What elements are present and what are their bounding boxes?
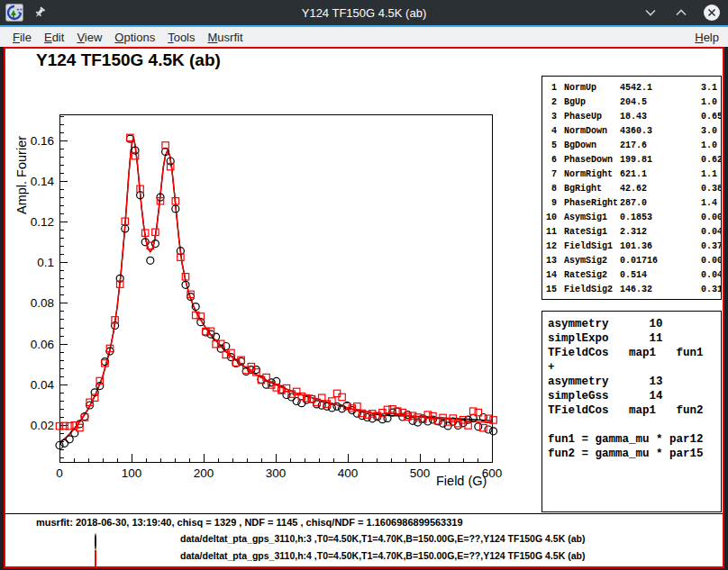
- svg-text:0.12: 0.12: [31, 215, 54, 229]
- theory-line: fun1 = gamma_mu * par12: [548, 432, 721, 447]
- data-markers-circles: [56, 135, 497, 448]
- menu-view[interactable]: View: [77, 31, 102, 44]
- fit-curve-red: [59, 139, 492, 443]
- fit-parameters-box: 1NormUp4542.13.12BgUp204.51.03PhaseUp18.…: [541, 76, 722, 300]
- svg-text:600: 600: [482, 466, 503, 480]
- svg-text:300: 300: [266, 466, 287, 480]
- legend-label-run2: data/deltat_pta_gps_3110,h:4 ,T0=4.50K,T…: [180, 550, 585, 561]
- parameter-row: 12FieldSig1101.360.37: [542, 240, 721, 254]
- menu-musrfit[interactable]: Musrfit: [208, 31, 243, 44]
- svg-text:++: ++: [16, 6, 23, 12]
- maximize-button[interactable]: [672, 4, 690, 22]
- theory-line: asymmetry 13: [548, 375, 721, 389]
- legend-entry-run1: data/deltat_pta_gps_3110,h:3 ,T0=4.50K,T…: [5, 533, 723, 546]
- legend-label-run1: data/deltat_pta_gps_3110,h:3 ,T0=4.50K,T…: [180, 533, 585, 544]
- window-titlebar: ++ Y124 TF150G 4.5K (ab): [0, 0, 728, 25]
- root-canvas[interactable]: Y124 TF150G 4.5K (ab) Ampl. Fourier Fiel…: [4, 47, 724, 568]
- svg-text:0.02: 0.02: [31, 419, 54, 432]
- menu-help[interactable]: Help: [695, 31, 719, 44]
- menubar: File Edit View Options Tools Musrfit Hel…: [0, 27, 728, 47]
- svg-text:0.08: 0.08: [31, 296, 54, 310]
- theory-line: fun2 = gamma_mu * par15: [548, 447, 721, 461]
- svg-text:100: 100: [122, 466, 142, 480]
- parameter-row: 1NormUp4542.13.1: [542, 81, 721, 95]
- svg-text:0.04: 0.04: [31, 378, 55, 392]
- menu-file[interactable]: File: [13, 31, 32, 44]
- svg-text:0.1: 0.1: [37, 256, 54, 269]
- parameter-row: 6PhaseDown199.810.62: [542, 153, 721, 167]
- close-icon: [704, 5, 720, 21]
- menu-edit[interactable]: Edit: [44, 31, 64, 44]
- parameter-row: 15FieldSig2146.320.31: [542, 283, 721, 297]
- application-window: ++ Y124 TF150G 4.5K (ab): [0, 0, 728, 570]
- theory-line: TFieldCos map1 fun2: [548, 403, 721, 418]
- menu-tools[interactable]: Tools: [168, 31, 195, 44]
- window-title: Y124 TF150G 4.5K (ab): [0, 6, 728, 20]
- legend-entry-run2: data/deltat_pta_gps_3110,h:4 ,T0=4.50K,T…: [5, 550, 723, 563]
- data-markers-squares: [56, 134, 496, 431]
- root-app-icon: ++: [5, 4, 23, 22]
- svg-text:0.16: 0.16: [31, 134, 54, 148]
- theory-line: TFieldCos map1 fun1: [548, 346, 721, 360]
- parameter-row: 7NormRight621.11.1: [542, 167, 721, 182]
- menu-options[interactable]: Options: [114, 31, 155, 44]
- theory-line: +: [548, 360, 721, 375]
- fit-curve-black: [59, 139, 492, 443]
- theory-line: asymmetry 10: [548, 317, 721, 331]
- plot-axes: 01002003004005006000.020.040.060.080.10.…: [31, 114, 503, 480]
- square-marker-icon: [95, 551, 96, 567]
- parameter-row: 5BgDown217.61.0: [542, 139, 721, 153]
- close-button[interactable]: [703, 4, 721, 22]
- theory-function-box: asymmetry 10simplExpo 11TFieldCos map1 f…: [541, 311, 722, 512]
- footer-separator-line: [5, 513, 723, 514]
- circle-marker-icon: [95, 534, 96, 550]
- svg-text:0: 0: [56, 466, 63, 480]
- theory-line: simpleGss 14: [548, 389, 721, 403]
- parameter-row: 11RateSig12.3120.043: [542, 225, 721, 240]
- parameter-row: 8BgRight42.620.38: [542, 182, 721, 196]
- svg-text:200: 200: [194, 466, 214, 480]
- svg-text:500: 500: [410, 466, 431, 480]
- pin-icon[interactable]: [32, 5, 47, 20]
- svg-text:0.06: 0.06: [31, 338, 54, 351]
- parameter-row: 13AsymSig20.017160.00098: [542, 254, 721, 268]
- theory-line: simplExpo 11: [548, 331, 721, 346]
- parameter-row: 10AsymSig10.18530.0028: [542, 211, 721, 225]
- fit-statistics-text: musrfit: 2018-06-30, 13:19:40, chisq = 1…: [36, 517, 463, 528]
- theory-line: [548, 418, 721, 432]
- parameter-row: 9PhaseRight287.01.4: [542, 196, 721, 211]
- parameter-row: 3PhaseUp18.430.65: [542, 110, 721, 124]
- parameter-row: 14RateSig20.5140.045: [542, 268, 721, 283]
- minimize-button[interactable]: [642, 4, 660, 22]
- parameter-row: 4NormDown4360.33.0: [542, 124, 721, 139]
- parameter-row: 2BgUp204.51.0: [542, 95, 721, 110]
- svg-text:400: 400: [338, 466, 359, 480]
- svg-text:0.14: 0.14: [31, 175, 55, 188]
